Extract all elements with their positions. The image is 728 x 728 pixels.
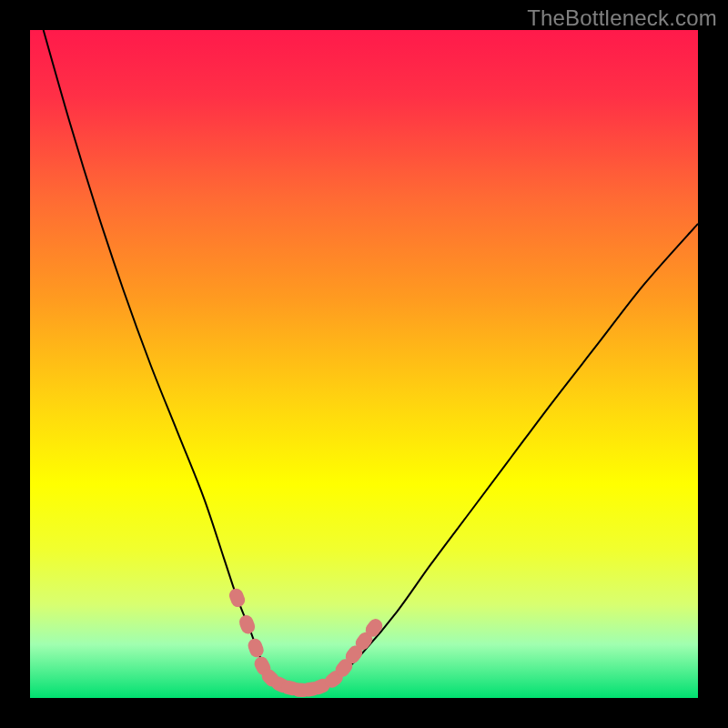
gradient-background (30, 30, 698, 698)
bottleneck-chart (30, 30, 698, 698)
chart-frame: TheBottleneck.com (0, 0, 728, 728)
watermark-text: TheBottleneck.com (527, 5, 717, 31)
plot-area (30, 30, 698, 698)
